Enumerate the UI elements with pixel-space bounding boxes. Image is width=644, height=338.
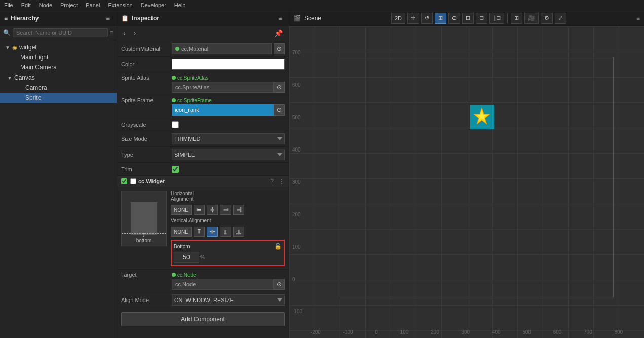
tool-anchor-btn[interactable]: ⊕	[448, 13, 460, 24]
prop-custom-material: CustomMaterial cc.Material ⊙	[117, 41, 289, 57]
hierarchy-tree: ▼ ◉ widget Main Light Main Camera ▼ Canv…	[0, 40, 117, 338]
h-left-btn[interactable]	[194, 205, 205, 215]
prop-align-mode: Align Mode ON_WINDOW_RESIZE ALWAYS ONCE	[117, 292, 289, 308]
menu-node[interactable]: Node	[39, 2, 52, 8]
h-align-label: Horizontal Alignment	[171, 191, 211, 202]
search-icon: 🔍	[3, 29, 11, 36]
svg-rect-12	[224, 233, 226, 234]
grayscale-checkbox[interactable]	[172, 121, 179, 128]
tree-item-widget[interactable]: ▼ ◉ widget	[0, 42, 117, 52]
tree-item-sprite[interactable]: Sprite	[0, 93, 117, 103]
tool-move-btn[interactable]: ✛	[407, 13, 419, 24]
scene-title: Scene	[304, 15, 321, 22]
pin-btn[interactable]: 📌	[272, 28, 285, 39]
tree-item-camera[interactable]: Camera	[0, 83, 117, 93]
add-component-btn[interactable]: Add Component	[121, 312, 285, 326]
v-center-btn[interactable]	[207, 227, 218, 237]
hierarchy-panel: ≡ Hierarchy ≡ 🔍 ≡ ▼ ◉ widget Main Light	[0, 10, 117, 338]
tool-settings-btn[interactable]: ⚙	[541, 13, 553, 24]
tree-item-canvas[interactable]: ▼ Canvas	[0, 72, 117, 83]
hierarchy-search-bar: 🔍 ≡	[0, 26, 117, 40]
tool-rect-btn[interactable]: ⊞	[435, 13, 446, 24]
align-mode-select[interactable]: ON_WINDOW_RESIZE ALWAYS ONCE	[172, 294, 285, 306]
svg-rect-8	[198, 229, 200, 230]
v-bottom-outer-btn[interactable]	[233, 227, 244, 237]
widget-checkbox2[interactable]	[130, 178, 136, 184]
v-top-btn[interactable]	[194, 227, 205, 237]
v-bottom-inner-btn[interactable]	[220, 227, 231, 237]
widget-enabled-checkbox[interactable]	[121, 178, 127, 184]
x-label-700: 700	[584, 329, 592, 335]
tool-camera-btn[interactable]: 🎥	[524, 13, 539, 24]
nav-forward-btn[interactable]: ›	[132, 28, 138, 39]
bottom-value-input[interactable]	[174, 252, 199, 263]
menu-edit[interactable]: Edit	[21, 2, 31, 8]
tool-fullscreen-btn[interactable]: ⤢	[555, 13, 566, 24]
inspector-title: Inspector	[132, 15, 273, 22]
menu-help[interactable]: Help	[174, 2, 186, 8]
custom-material-label: CustomMaterial	[121, 46, 172, 52]
widget-section-header: cc.Widget ? ⋮	[117, 176, 289, 187]
custom-material-select-btn[interactable]: ⊙	[274, 43, 285, 54]
tool-ruler-btn[interactable]: ⊟	[476, 13, 487, 24]
y-label-100: 100	[292, 244, 302, 250]
custom-material-asset[interactable]: cc.Material	[172, 43, 272, 54]
h-center-btn[interactable]	[207, 205, 218, 215]
type-select[interactable]: SIMPLE SLICED TILED FILLED	[172, 149, 285, 160]
trim-value	[172, 166, 285, 173]
widget-preview: ↕ bottom	[121, 191, 167, 246]
prop-size-mode: Size Mode TRIMMED RAW CUSTOM	[117, 131, 289, 147]
v-none-btn[interactable]: NONE	[171, 227, 192, 237]
sprite-atlas-tag: cc.SpriteAtlas	[177, 75, 208, 81]
tool-chart-btn[interactable]: ∥⊟	[489, 13, 504, 24]
tool-transform-btn[interactable]: ⊡	[462, 13, 474, 24]
scene-tab[interactable]: 🎬 Scene	[293, 15, 321, 22]
tool-2d-btn[interactable]: 2D	[391, 13, 405, 24]
sprite-atlas-select-btn[interactable]: ⊙	[274, 82, 285, 93]
target-select-btn[interactable]: ⊙	[274, 279, 285, 290]
inspector-menu-btn[interactable]: ≡	[276, 14, 285, 23]
menu-extension[interactable]: Extension	[108, 2, 132, 8]
svg-rect-14	[236, 233, 241, 234]
scene-icon: 🎬	[293, 15, 301, 22]
x-label-800: 800	[614, 329, 623, 335]
search-input[interactable]	[13, 28, 108, 37]
nav-back-btn[interactable]: ‹	[121, 28, 128, 39]
menu-file[interactable]: File	[4, 2, 13, 8]
target-input[interactable]: cc.Node	[172, 279, 274, 290]
tree-label-canvas: Canvas	[14, 74, 35, 81]
scene-border	[340, 57, 614, 297]
h-right-outer-btn[interactable]	[233, 205, 244, 215]
sprite-atlas-input[interactable]: cc.SpriteAtlas	[172, 82, 274, 93]
size-mode-select[interactable]: TRIMMED RAW CUSTOM	[172, 133, 285, 144]
menu-developer[interactable]: Developer	[141, 2, 166, 8]
scene-panel: 🎬 Scene 2D ✛ ↺ ⊞ ⊕ ⊡ ⊟ ∥⊟ ⊞ 🎥 ⚙ ⤢ ≡	[289, 10, 644, 338]
menu-panel[interactable]: Panel	[86, 2, 100, 8]
sprite-frame-value: icon_rank	[175, 107, 199, 113]
color-value	[172, 59, 285, 70]
tree-item-main-light[interactable]: Main Light	[0, 52, 117, 62]
grayscale-value	[172, 121, 285, 128]
hierarchy-icon: ≡	[4, 15, 8, 22]
type-label: Type	[121, 152, 172, 158]
align-mode-value: ON_WINDOW_RESIZE ALWAYS ONCE	[172, 294, 285, 306]
sprite-frame-select-btn[interactable]: ⊙	[274, 104, 285, 116]
scene-sprite[interactable]	[470, 105, 494, 129]
widget-menu-icon[interactable]: ⋮	[279, 178, 285, 185]
scene-menu-btn[interactable]: ≡	[636, 15, 640, 22]
h-right-inner-btn[interactable]	[220, 205, 231, 215]
color-swatch[interactable]	[172, 59, 285, 70]
h-none-btn[interactable]: NONE	[171, 205, 192, 215]
hierarchy-menu-btn[interactable]: ≡	[103, 14, 112, 23]
tool-rotate-btn[interactable]: ↺	[421, 13, 433, 24]
search-list-icon[interactable]: ≡	[110, 29, 113, 36]
tree-item-main-camera[interactable]: Main Camera	[0, 62, 117, 72]
scene-view[interactable]: 700 600 500 400 300 200 100 0 -100	[289, 26, 644, 338]
menu-project[interactable]: Project	[60, 2, 78, 8]
tool-grid-btn[interactable]: ⊞	[511, 13, 522, 24]
widget-help-icon[interactable]: ?	[270, 178, 274, 185]
trim-checkbox[interactable]	[172, 166, 179, 173]
vertical-alignment-row: Vertical Alignment	[171, 218, 285, 223]
lock-icon[interactable]: 🔓	[274, 243, 282, 250]
sprite-frame-input[interactable]: icon_rank	[172, 104, 274, 116]
